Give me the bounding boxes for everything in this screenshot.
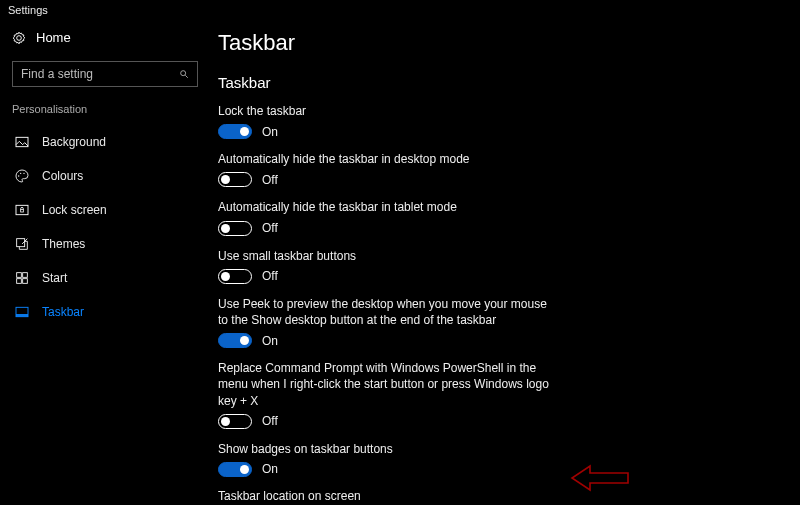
svg-rect-10 [23, 273, 28, 278]
taskbar-location-label: Taskbar location on screen [218, 489, 800, 503]
toggle-row: Off [218, 414, 558, 429]
sidebar-item-label: Colours [42, 169, 83, 183]
setting-label: Use Peek to preview the desktop when you… [218, 296, 558, 328]
svg-rect-7 [21, 209, 24, 212]
start-icon [14, 270, 30, 286]
svg-point-5 [23, 173, 24, 174]
home-label: Home [36, 30, 71, 45]
svg-rect-2 [16, 137, 28, 146]
sidebar-item-start[interactable]: Start [0, 261, 210, 295]
setting-row: Use small taskbar buttonsOff [218, 248, 558, 284]
page-subtitle: Taskbar [218, 74, 800, 91]
svg-rect-6 [16, 205, 28, 214]
section-label: Personalisation [0, 101, 210, 119]
toggle-row: Off [218, 221, 558, 236]
svg-rect-9 [17, 273, 22, 278]
app-frame: Home Personalisation Background Colours [0, 16, 800, 505]
toggle-switch[interactable] [218, 333, 252, 348]
toggle-state-label: On [262, 462, 278, 476]
toggle-row: Off [218, 269, 558, 284]
toggle-state-label: Off [262, 414, 278, 428]
toggle-state-label: Off [262, 173, 278, 187]
setting-row: Replace Command Prompt with Windows Powe… [218, 360, 558, 429]
sidebar-item-label: Start [42, 271, 67, 285]
setting-label: Automatically hide the taskbar in deskto… [218, 151, 558, 167]
sidebar-item-label: Lock screen [42, 203, 107, 217]
svg-rect-14 [16, 314, 28, 317]
gear-icon [12, 31, 26, 45]
toggle-knob [240, 465, 249, 474]
window-title: Settings [0, 0, 800, 16]
themes-icon [14, 236, 30, 252]
svg-rect-12 [23, 279, 28, 284]
setting-label: Automatically hide the taskbar in tablet… [218, 199, 558, 215]
setting-label: Lock the taskbar [218, 103, 558, 119]
sidebar-item-label: Taskbar [42, 305, 84, 319]
toggle-switch[interactable] [218, 124, 252, 139]
toggle-switch[interactable] [218, 172, 252, 187]
setting-label: Replace Command Prompt with Windows Powe… [218, 360, 558, 409]
sidebar-item-label: Background [42, 135, 106, 149]
sidebar: Home Personalisation Background Colours [0, 16, 210, 505]
toggle-row: On [218, 333, 558, 348]
toggle-switch[interactable] [218, 414, 252, 429]
setting-row: Lock the taskbarOn [218, 103, 558, 139]
toggle-switch[interactable] [218, 269, 252, 284]
home-button[interactable]: Home [0, 24, 210, 51]
setting-row: Use Peek to preview the desktop when you… [218, 296, 558, 348]
taskbar-icon [14, 304, 30, 320]
svg-line-1 [185, 75, 188, 78]
setting-row: Automatically hide the taskbar in tablet… [218, 199, 558, 235]
toggle-switch[interactable] [218, 462, 252, 477]
toggle-row: On [218, 462, 558, 477]
toggle-knob [221, 224, 230, 233]
toggle-switch[interactable] [218, 221, 252, 236]
toggle-state-label: On [262, 334, 278, 348]
main-content: Taskbar Taskbar Lock the taskbarOnAutoma… [210, 16, 800, 505]
svg-point-3 [18, 175, 19, 176]
page-title: Taskbar [218, 30, 800, 56]
svg-rect-11 [17, 279, 22, 284]
search-input[interactable] [13, 67, 179, 81]
search-input-wrap[interactable] [12, 61, 198, 87]
toggle-row: On [218, 124, 558, 139]
toggle-knob [221, 417, 230, 426]
toggles-group: Lock the taskbarOnAutomatically hide the… [218, 103, 800, 477]
background-icon [14, 134, 30, 150]
lockscreen-icon [14, 202, 30, 218]
setting-row: Show badges on taskbar buttonsOn [218, 441, 558, 477]
toggle-state-label: On [262, 125, 278, 139]
toggle-state-label: Off [262, 269, 278, 283]
sidebar-item-themes[interactable]: Themes [0, 227, 210, 261]
toggle-row: Off [218, 172, 558, 187]
toggle-knob [221, 175, 230, 184]
sidebar-item-label: Themes [42, 237, 85, 251]
colours-icon [14, 168, 30, 184]
sidebar-item-lockscreen[interactable]: Lock screen [0, 193, 210, 227]
sidebar-item-taskbar[interactable]: Taskbar [0, 295, 210, 329]
toggle-state-label: Off [262, 221, 278, 235]
toggle-knob [240, 127, 249, 136]
setting-label: Use small taskbar buttons [218, 248, 558, 264]
nav-list: Background Colours Lock screen Themes [0, 125, 210, 329]
svg-point-0 [181, 71, 186, 76]
sidebar-item-colours[interactable]: Colours [0, 159, 210, 193]
toggle-knob [221, 272, 230, 281]
sidebar-item-background[interactable]: Background [0, 125, 210, 159]
search-icon [179, 67, 189, 81]
setting-label: Show badges on taskbar buttons [218, 441, 558, 457]
svg-point-4 [20, 173, 21, 174]
setting-row: Automatically hide the taskbar in deskto… [218, 151, 558, 187]
toggle-knob [240, 336, 249, 345]
